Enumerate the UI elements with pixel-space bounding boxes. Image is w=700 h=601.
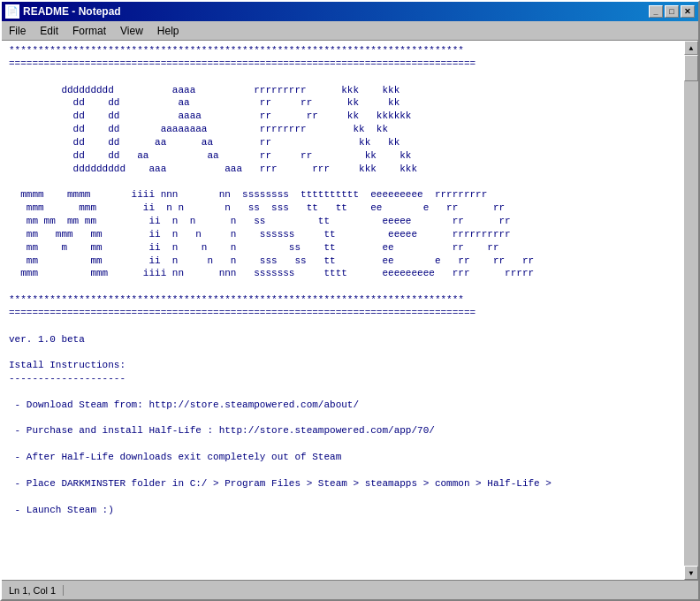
menu-edit[interactable]: Edit xyxy=(33,23,65,38)
maximize-button[interactable]: □ xyxy=(665,5,679,18)
title-bar-left: 📄 README - Notepad xyxy=(5,4,121,19)
title-bar: 📄 README - Notepad _ □ ✕ xyxy=(2,2,698,21)
app-icon: 📄 xyxy=(5,4,19,19)
status-bar: Ln 1, Col 1 xyxy=(2,580,698,599)
menu-help[interactable]: Help xyxy=(150,23,186,38)
menu-bar: File Edit Format View Help xyxy=(2,21,698,41)
scroll-thumb[interactable] xyxy=(684,55,698,81)
content-area: ****************************************… xyxy=(2,41,698,580)
scroll-down-button[interactable]: ▼ xyxy=(684,566,698,580)
window-title: README - Notepad xyxy=(23,5,121,18)
notepad-window: 📄 README - Notepad _ □ ✕ File Edit Forma… xyxy=(0,0,700,601)
menu-view[interactable]: View xyxy=(113,23,150,38)
minimize-button[interactable]: _ xyxy=(649,5,663,18)
scrollbar-vertical: ▲ ▼ xyxy=(684,41,698,580)
cursor-position: Ln 1, Col 1 xyxy=(2,585,64,596)
close-button[interactable]: ✕ xyxy=(681,5,695,18)
scroll-track[interactable] xyxy=(684,55,698,566)
title-buttons: _ □ ✕ xyxy=(649,5,695,18)
menu-file[interactable]: File xyxy=(2,23,33,38)
text-editor[interactable]: ****************************************… xyxy=(2,41,684,580)
scroll-up-button[interactable]: ▲ xyxy=(684,41,698,55)
menu-format[interactable]: Format xyxy=(65,23,113,38)
